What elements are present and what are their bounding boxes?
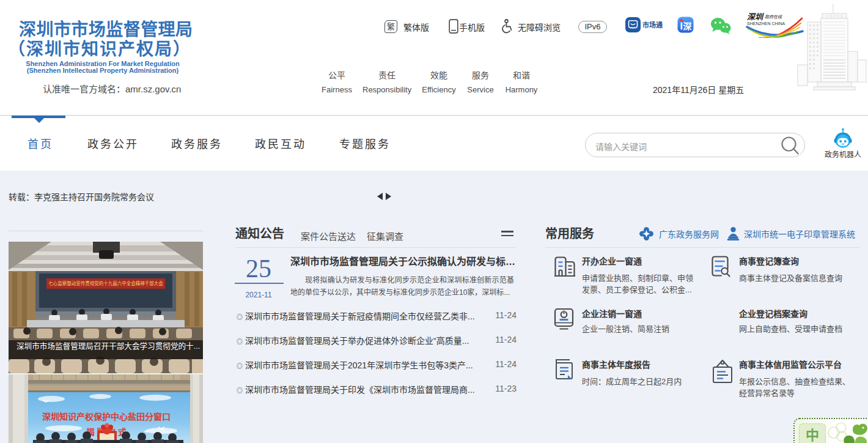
svg-text:SHENZHEN CHINA: SHENZHEN CHINA — [747, 21, 785, 26]
svg-text:政府在线: 政府在线 — [765, 15, 782, 20]
svg-text:七心监察整动宣传贯彻党的十九届六中全会精神干部大会: 七心监察整动宣传贯彻党的十九届六中全会精神干部大会 — [48, 280, 163, 286]
svg-text:深圳知识产权保护中心盐田分窗口: 深圳知识产权保护中心盐田分窗口 — [42, 412, 171, 422]
svg-text:深: 深 — [683, 21, 692, 31]
svg-text:深圳: 深圳 — [747, 12, 764, 21]
svg-text:市场通: 市场通 — [642, 21, 663, 29]
svg-text:深圳市市场监督管理局召开干部大会学习贯彻党的十...: 深圳市市场监督管理局召开干部大会学习贯彻党的十... — [17, 341, 200, 351]
